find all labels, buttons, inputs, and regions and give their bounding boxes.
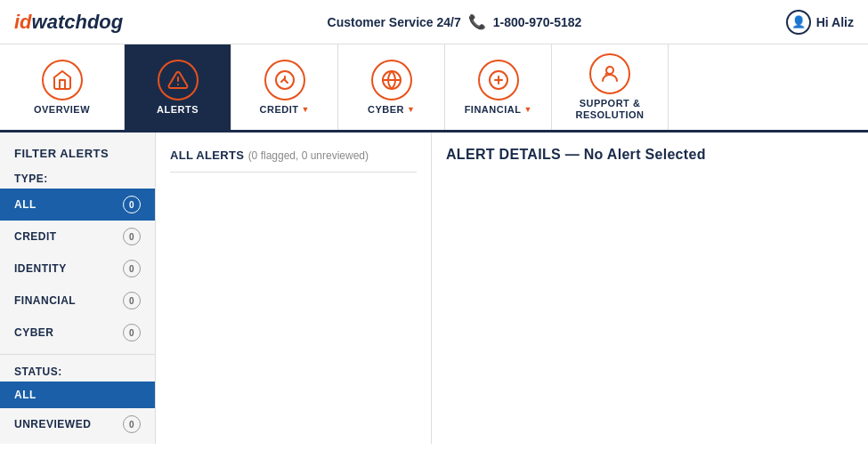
filter-status-all[interactable]: ALL <box>0 382 155 408</box>
sidebar: FILTER ALERTS TYPE: ALL 0 CREDIT 0 IDENT… <box>0 133 156 444</box>
filter-financial[interactable]: FINANCIAL 0 <box>0 285 155 317</box>
alerts-list-panel: ALL ALERTS (0 flagged, 0 unreviewed) <box>156 133 432 444</box>
filter-credit-label: CREDIT <box>14 230 57 243</box>
filter-alerts-title: FILTER ALERTS <box>0 147 155 167</box>
filter-cyber-badge: 0 <box>123 324 141 341</box>
nav-label-credit-container: CREDIT ▼ <box>260 104 310 115</box>
nav-item-alerts[interactable]: ALERTS <box>125 44 231 130</box>
alerts-list-title: ALL ALERTS <box>170 149 244 162</box>
logo: idwatchdog <box>14 11 123 34</box>
nav-label-financial: FINANCIAL <box>465 104 522 115</box>
user-greeting[interactable]: Hi Aliz <box>816 15 854 29</box>
header: idwatchdog Customer Service 24/7 📞 1-800… <box>0 0 868 44</box>
content-area: ALL ALERTS (0 flagged, 0 unreviewed) ALE… <box>156 133 868 444</box>
logo-watchdog: watchdog <box>32 11 124 34</box>
alert-details-panel: ALERT DETAILS — No Alert Selected <box>432 133 868 444</box>
nav-icon-financial <box>478 60 519 100</box>
main-nav: OVERVIEW ALERTS CREDIT ▼ <box>0 44 868 133</box>
sidebar-divider-1 <box>0 354 155 355</box>
filter-credit-badge: 0 <box>123 228 141 245</box>
phone-number[interactable]: 1-800-970-5182 <box>493 15 582 29</box>
filter-unreviewed-badge: 0 <box>123 415 141 433</box>
main-content: FILTER ALERTS TYPE: ALL 0 CREDIT 0 IDENT… <box>0 133 868 444</box>
credit-dropdown-arrow: ▼ <box>302 105 310 114</box>
alerts-list-subtitle: (0 flagged, 0 unreviewed) <box>248 149 369 162</box>
alert-details-title: ALERT DETAILS — No Alert Selected <box>446 147 854 163</box>
nav-item-cyber[interactable]: CYBER ▼ <box>338 44 445 130</box>
filter-unreviewed-label: UNREVIEWED <box>14 418 91 430</box>
nav-icon-support <box>589 53 630 94</box>
alerts-list-divider <box>170 172 417 173</box>
status-label: STATUS: <box>0 360 155 382</box>
filter-credit[interactable]: CREDIT 0 <box>0 221 155 253</box>
nav-label-credit: CREDIT <box>260 104 299 115</box>
svg-line-2 <box>281 78 285 82</box>
nav-icon-alerts <box>158 60 199 100</box>
nav-item-overview[interactable]: OVERVIEW <box>0 44 125 130</box>
filter-cyber[interactable]: CYBER 0 <box>0 317 155 349</box>
nav-label-financial-container: FINANCIAL ▼ <box>465 104 532 115</box>
filter-status-all-label: ALL <box>14 389 37 401</box>
alerts-list-header: ALL ALERTS (0 flagged, 0 unreviewed) <box>170 147 417 163</box>
customer-service-label: Customer Service 24/7 <box>328 15 461 29</box>
user-avatar-icon: 👤 <box>786 10 811 35</box>
filter-all-badge: 0 <box>123 196 141 213</box>
filter-cyber-label: CYBER <box>14 326 54 339</box>
filter-identity-label: IDENTITY <box>14 262 67 275</box>
header-customer-service: Customer Service 24/7 📞 1-800-970-5182 <box>328 13 582 30</box>
nav-item-financial[interactable]: FINANCIAL ▼ <box>445 44 552 130</box>
nav-icon-cyber <box>371 60 412 100</box>
logo-id: id <box>14 11 32 34</box>
financial-dropdown-arrow: ▼ <box>523 105 531 114</box>
nav-label-overview: OVERVIEW <box>34 104 90 115</box>
filter-financial-badge: 0 <box>123 292 141 309</box>
type-label: TYPE: <box>0 167 155 189</box>
header-user: 👤 Hi Aliz <box>786 10 854 35</box>
nav-icon-credit <box>264 60 305 100</box>
filter-all[interactable]: ALL 0 <box>0 189 155 221</box>
nav-item-credit[interactable]: CREDIT ▼ <box>231 44 338 130</box>
filter-financial-label: FINANCIAL <box>14 294 76 307</box>
cyber-dropdown-arrow: ▼ <box>407 105 415 114</box>
nav-item-support[interactable]: SUPPORT & RESOLUTION <box>552 44 669 130</box>
filter-identity[interactable]: IDENTITY 0 <box>0 253 155 285</box>
nav-label-cyber-container: CYBER ▼ <box>368 104 415 115</box>
filter-unreviewed[interactable]: UNREVIEWED 0 <box>0 408 155 440</box>
filter-all-label: ALL <box>14 198 37 211</box>
nav-icon-overview <box>42 60 83 100</box>
nav-label-alerts: ALERTS <box>157 104 199 115</box>
nav-label-support: SUPPORT & RESOLUTION <box>570 98 650 121</box>
phone-icon: 📞 <box>468 13 486 30</box>
nav-label-cyber: CYBER <box>368 104 404 115</box>
filter-identity-badge: 0 <box>123 260 141 277</box>
